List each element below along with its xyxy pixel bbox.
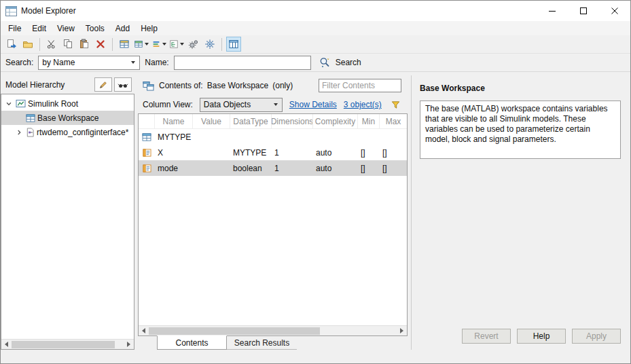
close-button[interactable] bbox=[599, 1, 630, 21]
edit-pencil-icon[interactable] bbox=[94, 77, 112, 92]
cell-datatype: boolean bbox=[230, 164, 272, 173]
column-view-row: Column View: Data Objects Show Details 3… bbox=[138, 96, 408, 113]
tab-contents[interactable]: Contents bbox=[157, 335, 227, 350]
copy-icon[interactable] bbox=[60, 37, 75, 52]
gears-icon[interactable] bbox=[186, 37, 201, 52]
contents-of-scope: (only) bbox=[272, 81, 293, 90]
maximize-button[interactable] bbox=[568, 1, 599, 21]
add-grid-icon[interactable] bbox=[117, 37, 132, 52]
cell-name: X bbox=[155, 148, 193, 158]
chevron-down-icon bbox=[162, 43, 166, 46]
table-header-datatype[interactable]: DataType bbox=[230, 114, 272, 128]
help-button[interactable]: Help bbox=[517, 329, 566, 344]
title-bar: Model Explorer bbox=[1, 1, 630, 21]
menu-tools[interactable]: Tools bbox=[80, 22, 110, 35]
cell-complexity: auto bbox=[313, 164, 358, 173]
table-header-name[interactable]: Name bbox=[155, 114, 193, 128]
add-grid-menu-icon[interactable] bbox=[133, 37, 149, 52]
scroll-right-arrow[interactable] bbox=[397, 326, 407, 336]
tree-item-simulink-root[interactable]: Simulink Root bbox=[1, 96, 134, 111]
preferences-icon[interactable] bbox=[202, 37, 217, 52]
column-view-value: Data Objects bbox=[204, 100, 270, 109]
model-explorer-window: Model Explorer File Edit View Tools Add … bbox=[0, 0, 631, 364]
show-details-link[interactable]: Show Details bbox=[289, 100, 337, 109]
chevron-right-icon[interactable] bbox=[14, 129, 24, 136]
contents-of-label: Contents of: bbox=[159, 81, 203, 90]
search-name-input[interactable] bbox=[174, 56, 311, 70]
menu-edit[interactable]: Edit bbox=[26, 22, 52, 35]
filter-funnel-icon[interactable] bbox=[391, 100, 401, 110]
simulink-root-icon bbox=[16, 99, 26, 108]
cut-icon[interactable] bbox=[44, 37, 59, 52]
scrollbar-thumb[interactable] bbox=[12, 341, 115, 348]
table-header-min[interactable]: Min bbox=[358, 114, 380, 128]
dialog-pane-toggle-icon[interactable] bbox=[226, 37, 241, 52]
table-empty-space bbox=[139, 176, 407, 325]
table-header-complexity[interactable]: Complexity bbox=[313, 114, 358, 128]
table-header-value[interactable]: Value bbox=[193, 114, 230, 128]
tab-search-results[interactable]: Search Results bbox=[227, 336, 297, 350]
glasses-icon[interactable] bbox=[114, 77, 132, 92]
apply-button[interactable]: Apply bbox=[572, 329, 621, 344]
cell-name: MYTYPE bbox=[155, 132, 193, 142]
model-hierarchy-tree: Simulink Root Base Workspace bbox=[1, 94, 134, 350]
model-hierarchy-header: Model Hierarchy bbox=[1, 75, 134, 94]
model-hierarchy-title: Model Hierarchy bbox=[5, 80, 65, 90]
contents-panel: Contents of: Base Workspace (only) Colum… bbox=[138, 75, 408, 350]
window-title: Model Explorer bbox=[21, 6, 76, 16]
chevron-down-icon bbox=[180, 43, 184, 46]
menu-file[interactable]: File bbox=[3, 22, 26, 35]
filter-contents-input[interactable] bbox=[319, 79, 401, 92]
model-file-icon bbox=[26, 128, 35, 137]
chevron-down-icon bbox=[270, 98, 281, 111]
open-icon[interactable] bbox=[20, 37, 35, 52]
scrollbar-thumb[interactable] bbox=[149, 327, 320, 335]
table-row[interactable]: X MYTYPE 1 auto [] [] bbox=[139, 145, 407, 160]
chevron-down-icon bbox=[145, 43, 149, 46]
toolbar bbox=[1, 35, 630, 54]
scroll-left-arrow[interactable] bbox=[1, 340, 12, 350]
scroll-right-arrow[interactable] bbox=[124, 340, 134, 350]
tree-item-base-workspace[interactable]: Base Workspace bbox=[1, 111, 134, 125]
hierarchy-menu-icon[interactable] bbox=[168, 37, 185, 52]
table-row[interactable]: MYTYPE bbox=[139, 129, 407, 145]
object-count-link[interactable]: 3 object(s) bbox=[344, 100, 382, 109]
cell-min: [] bbox=[358, 164, 380, 173]
contents-header: Contents of: Base Workspace (only) bbox=[138, 75, 408, 96]
view-list-menu-icon[interactable] bbox=[151, 37, 167, 52]
dialog-description: The base (MATLAB) workspace contains var… bbox=[420, 101, 621, 159]
toolbar-separator bbox=[39, 38, 40, 51]
tree-item-label: Base Workspace bbox=[37, 113, 102, 123]
revert-button[interactable]: Revert bbox=[462, 329, 511, 344]
column-view-label: Column View: bbox=[143, 100, 193, 109]
search-button[interactable]: Search bbox=[336, 58, 361, 67]
contents-tab-bar: Contents Search Results bbox=[138, 336, 408, 350]
chevron-down-icon[interactable] bbox=[3, 101, 14, 107]
minimize-button[interactable] bbox=[537, 1, 568, 21]
chevron-down-icon bbox=[127, 56, 138, 69]
delete-icon[interactable] bbox=[93, 37, 108, 52]
paste-icon[interactable] bbox=[77, 37, 92, 52]
column-view-dropdown[interactable]: Data Objects bbox=[200, 98, 283, 112]
new-object-icon[interactable] bbox=[4, 37, 19, 52]
main-area: Model Hierarchy bbox=[1, 72, 630, 363]
table-row-selected[interactable]: mode boolean 1 auto [] [] bbox=[139, 160, 407, 176]
search-mode-dropdown[interactable]: by Name bbox=[38, 56, 140, 70]
menu-bar: File Edit View Tools Add Help bbox=[1, 21, 630, 35]
table-header-dimensions[interactable]: Dimensions bbox=[272, 114, 313, 128]
menu-help[interactable]: Help bbox=[135, 22, 163, 35]
window-controls bbox=[537, 1, 630, 21]
dialog-buttons: Revert Help Apply bbox=[420, 329, 621, 350]
menu-view[interactable]: View bbox=[52, 22, 80, 35]
tree-item-rtwdemo-configinterface[interactable]: rtwdemo_configinterface* bbox=[1, 125, 134, 139]
model-hierarchy-panel: Model Hierarchy bbox=[1, 75, 134, 350]
menu-add[interactable]: Add bbox=[110, 22, 135, 35]
run-search-icon[interactable] bbox=[319, 56, 331, 69]
cell-max: [] bbox=[380, 148, 407, 158]
tree-item-label: Simulink Root bbox=[28, 99, 81, 109]
scroll-left-arrow[interactable] bbox=[139, 326, 149, 336]
cell-name: mode bbox=[155, 164, 193, 173]
table-header-max[interactable]: Max bbox=[380, 114, 407, 128]
search-mode-value: by Name bbox=[42, 58, 127, 67]
contents-of-target: Base Workspace bbox=[207, 81, 269, 90]
